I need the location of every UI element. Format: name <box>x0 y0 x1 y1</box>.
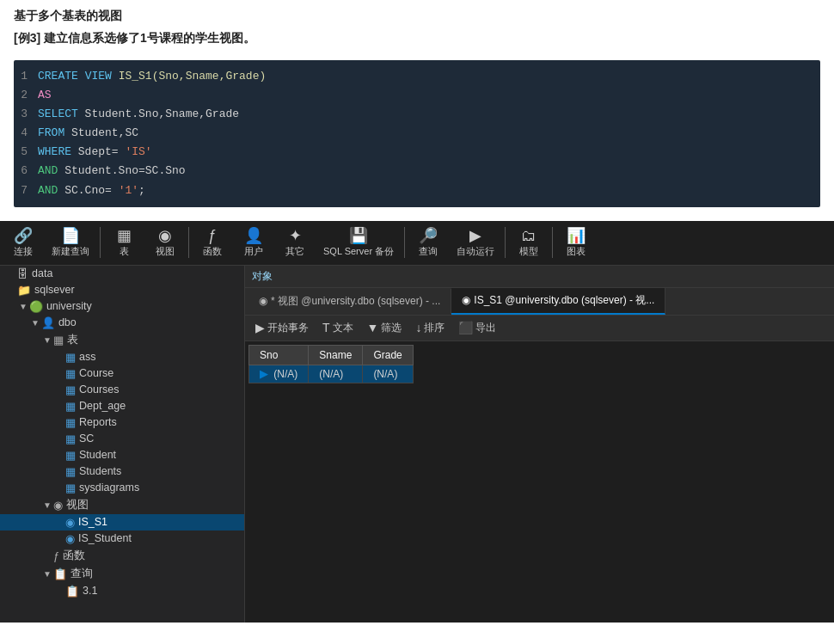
toolbar-item-table[interactable]: ▦表 <box>104 224 144 261</box>
toolbar2-btn-sort[interactable]: ↓排序 <box>412 319 448 337</box>
sidebar-item-is_student[interactable]: ◉IS_Student <box>0 531 244 547</box>
sidebar-item-ass[interactable]: ▦ass <box>0 349 244 365</box>
toolbar-item-connect[interactable]: 🔗连接 <box>3 224 43 261</box>
toolbar-item-auto-run[interactable]: ▶自动运行 <box>450 224 501 261</box>
tab-icon-view-tab: ◉ <box>259 295 267 307</box>
node-icon-views: ◉ <box>53 499 63 512</box>
toolbar-item-sqlserver-backup[interactable]: 💾SQL Server 备份 <box>316 224 401 261</box>
chart-icon: 📊 <box>567 228 586 243</box>
user-icon: 👤 <box>244 228 263 243</box>
sidebar-item-reports[interactable]: ▦Reports <box>0 414 244 431</box>
model-icon: 🗂 <box>521 228 537 243</box>
expand-arrow-dbo[interactable]: ▼ <box>31 318 40 328</box>
sidebar-item-student[interactable]: ▦Student <box>0 447 244 463</box>
top-text-area: 基于多个基表的视图 [例3] 建立信息系选修了1号课程的学生视图。 <box>0 0 834 60</box>
table-row[interactable]: ▶ (N/A)(N/A)(N/A) <box>249 365 414 383</box>
sidebar-item-university[interactable]: ▼🟢university <box>0 298 244 315</box>
toolbar-separator <box>505 227 506 258</box>
node-label-is_s1: IS_S1 <box>78 516 107 528</box>
toolbar-label-connect: 连接 <box>14 245 33 258</box>
toolbar2-label-begin-transaction: 开始事务 <box>267 321 309 335</box>
node-icon-university: 🟢 <box>29 300 43 313</box>
node-label-sysdiagrams: sysdiagrams <box>79 481 139 494</box>
toolbar-label-sqlserver-backup: SQL Server 备份 <box>323 245 394 258</box>
tab-label-view-tab: * 视图 @university.dbo (sqlsever) - ... <box>271 295 440 307</box>
line-number: 2 <box>14 86 38 105</box>
line-content: WHERE Sdept= 'IS' <box>38 143 820 162</box>
sidebar-item-data[interactable]: 🗄data <box>0 266 244 282</box>
line-number: 5 <box>14 143 38 162</box>
toolbar-separator <box>100 227 101 258</box>
table-icon: ▦ <box>117 228 132 243</box>
node-label-sqlsever: sqlsever <box>34 284 75 296</box>
tab-is_s1-tab[interactable]: ◉IS_S1 @university.dbo (sqlsever) - 视... <box>451 288 665 315</box>
toolbar-item-model[interactable]: 🗂模型 <box>509 224 549 261</box>
toolbar2-label-text: 文本 <box>333 321 353 335</box>
sidebar-item-q31[interactable]: 📋3.1 <box>0 583 244 599</box>
code-line: 7AND SC.Cno= '1'; <box>14 181 820 200</box>
sidebar-item-views[interactable]: ▼◉视图 <box>0 496 244 514</box>
toolbar2-btn-begin-transaction[interactable]: ▶开始事务 <box>252 319 312 337</box>
sidebar-item-tables[interactable]: ▼▦表 <box>0 331 244 349</box>
sidebar-item-sqlsever[interactable]: 📁sqlsever <box>0 282 244 298</box>
expand-arrow-university[interactable]: ▼ <box>19 302 28 311</box>
toolbar-label-view: 视图 <box>156 245 175 258</box>
toolbar2: ▶开始事务T文本▼筛选↓排序⬛导出 <box>245 316 834 341</box>
view-icon: ◉ <box>158 228 172 243</box>
toolbar-item-function[interactable]: ƒ函数 <box>193 224 232 261</box>
new-query-icon: 📄 <box>61 228 80 243</box>
toolbar-label-user: 用户 <box>244 245 263 258</box>
code-line: 2AS <box>14 86 820 105</box>
tab-view-tab[interactable]: ◉* 视图 @university.dbo (sqlsever) - ... <box>248 289 451 314</box>
toolbar2-icon-filter: ▼ <box>367 321 379 334</box>
expand-arrow-queries[interactable]: ▼ <box>43 569 52 579</box>
node-label-tables: 表 <box>67 333 78 347</box>
sidebar-item-is_s1[interactable]: ◉IS_S1 <box>0 514 244 531</box>
object-selector-label: 对象 <box>252 269 273 284</box>
sidebar-item-functions[interactable]: ƒ函数 <box>0 547 244 565</box>
toolbar-item-chart[interactable]: 📊图表 <box>556 224 596 261</box>
toolbar2-btn-export[interactable]: ⬛导出 <box>455 319 500 337</box>
toolbar2-btn-text[interactable]: T文本 <box>319 319 357 337</box>
expand-arrow-views[interactable]: ▼ <box>43 500 52 510</box>
toolbar-label-auto-run: 自动运行 <box>457 245 494 258</box>
node-label-functions: 函数 <box>63 549 85 563</box>
heading2: [例3] 建立信息系选修了1号课程的学生视图。 <box>14 31 820 46</box>
toolbar2-label-export: 导出 <box>475 321 496 335</box>
sidebar-item-dbo[interactable]: ▼👤dbo <box>0 315 244 331</box>
toolbar2-btn-filter[interactable]: ▼筛选 <box>364 319 406 337</box>
node-icon-dept_age: ▦ <box>65 400 76 413</box>
sidebar-item-queries[interactable]: ▼📋查询 <box>0 565 244 583</box>
query-icon: 🔎 <box>419 228 438 243</box>
toolbar-item-view[interactable]: ◉视图 <box>145 224 185 261</box>
toolbar-label-function: 函数 <box>203 245 222 258</box>
code-line: 5WHERE Sdept= 'IS' <box>14 143 820 162</box>
toolbar2-icon-begin-transaction: ▶ <box>255 321 265 334</box>
right-panel: 对象 ◉* 视图 @university.dbo (sqlsever) - ..… <box>245 266 834 623</box>
code-line: 4FROM Student,SC <box>14 124 820 143</box>
data-table-wrap: SnoSnameGrade▶ (N/A)(N/A)(N/A) <box>245 341 834 623</box>
line-content: AS <box>38 86 820 105</box>
sidebar-item-dept_age[interactable]: ▦Dept_age <box>0 398 244 414</box>
line-content: SELECT Student.Sno,Sname,Grade <box>38 105 820 124</box>
sidebar-item-sc[interactable]: ▦SC <box>0 431 244 447</box>
sidebar-item-sysdiagrams[interactable]: ▦sysdiagrams <box>0 480 244 496</box>
toolbar-item-query[interactable]: 🔎查询 <box>408 224 448 261</box>
toolbar-item-new-query[interactable]: 📄新建查询 <box>45 224 96 261</box>
toolbar-item-user[interactable]: 👤用户 <box>234 224 273 261</box>
node-icon-is_student: ◉ <box>65 532 75 545</box>
node-icon-sqlsever: 📁 <box>17 284 31 297</box>
node-icon-data: 🗄 <box>17 267 28 280</box>
node-icon-sysdiagrams: ▦ <box>65 481 76 494</box>
sidebar-item-courses[interactable]: ▦Courses <box>0 382 244 398</box>
auto-run-icon: ▶ <box>469 228 481 243</box>
sidebar-item-students[interactable]: ▦Students <box>0 463 244 480</box>
sidebar-item-course[interactable]: ▦Course <box>0 365 244 382</box>
node-label-courses: Courses <box>79 383 120 396</box>
expand-arrow-tables[interactable]: ▼ <box>43 335 52 345</box>
node-icon-courses: ▦ <box>65 383 76 396</box>
node-label-dbo: dbo <box>58 316 77 328</box>
toolbar-item-other[interactable]: ✦其它 <box>275 224 315 261</box>
node-icon-q31: 📋 <box>65 585 79 598</box>
code-block: 1CREATE VIEW IS_S1(Sno,Sname,Grade)2AS3S… <box>14 60 820 207</box>
